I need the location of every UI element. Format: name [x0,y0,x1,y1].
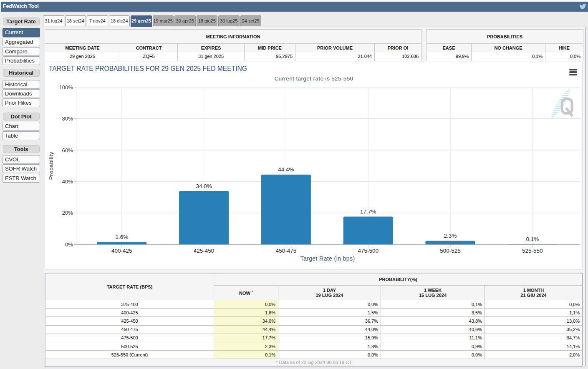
svg-text:1.6%: 1.6% [115,234,128,240]
svg-text:17.7%: 17.7% [360,208,376,215]
svg-text:60%: 60% [62,147,73,153]
svg-text:400-425: 400-425 [111,248,132,254]
svg-text:450-475: 450-475 [276,248,297,254]
svg-text:475-500: 475-500 [358,248,379,254]
svg-text:500-525: 500-525 [440,248,461,254]
svg-text:0%: 0% [65,241,73,248]
svg-text:80%: 80% [62,115,73,122]
svg-text:20%: 20% [62,210,73,216]
svg-text:0.1%: 0.1% [526,236,539,242]
svg-text:44.4%: 44.4% [278,166,294,173]
svg-text:Probability: Probability [48,152,55,180]
svg-text:Target Rate (in bps): Target Rate (in bps) [300,255,355,262]
svg-text:34.0%: 34.0% [196,183,212,189]
svg-text:2.3%: 2.3% [444,233,457,239]
svg-text:100%: 100% [59,84,73,90]
svg-text:425-450: 425-450 [194,248,215,254]
svg-text:40%: 40% [62,178,73,185]
svg-text:525-550: 525-550 [522,248,543,254]
